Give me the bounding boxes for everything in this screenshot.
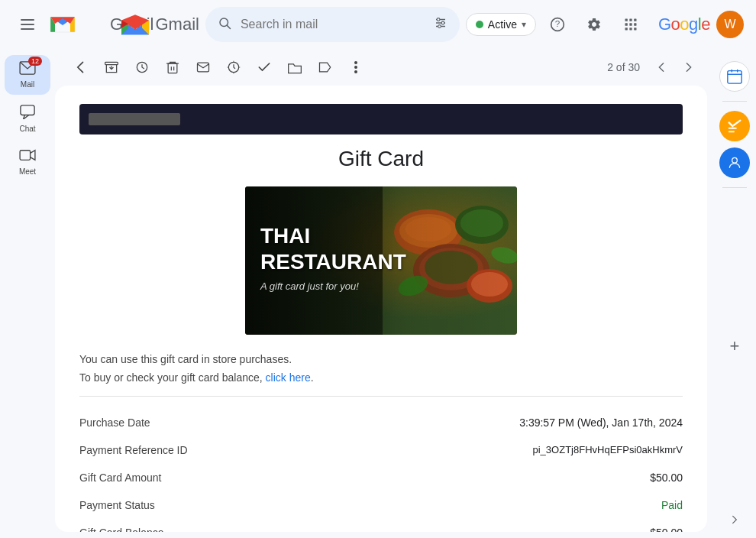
svg-rect-18 [629, 23, 632, 25]
payment-ref-label: Payment Reference ID [79, 444, 188, 456]
calendar-button[interactable] [719, 61, 750, 92]
svg-text:?: ? [555, 18, 561, 28]
svg-rect-14 [625, 19, 627, 21]
svg-line-5 [227, 25, 230, 28]
sidebar-meet-label: Meet [19, 167, 36, 176]
mail-icon: 12 [19, 61, 36, 79]
svg-rect-22 [634, 28, 636, 30]
svg-rect-25 [20, 151, 30, 160]
left-sidebar: 12 Mail Chat Meet [0, 49, 55, 538]
svg-rect-16 [634, 19, 636, 21]
search-icon [218, 16, 231, 34]
search-bar[interactable] [205, 7, 460, 42]
svg-rect-26 [105, 62, 118, 64]
google-logo: Google [658, 15, 710, 34]
right-sidebar: + [713, 49, 756, 538]
svg-rect-19 [634, 23, 636, 25]
check-button[interactable] [250, 53, 278, 81]
prev-email-button[interactable] [649, 55, 674, 79]
avatar[interactable]: W [716, 11, 744, 38]
tasks-button[interactable] [719, 111, 750, 141]
gift-amount-label: Gift Card Amount [79, 472, 161, 484]
main-layout: 12 Mail Chat Meet [0, 49, 756, 538]
table-row: Gift Card Amount $50.00 [79, 464, 683, 491]
mark-button[interactable] [189, 53, 217, 81]
svg-point-10 [441, 21, 444, 24]
apps-button[interactable] [615, 9, 646, 40]
svg-rect-29 [168, 63, 177, 73]
svg-point-58 [732, 157, 738, 163]
svg-rect-1 [21, 24, 34, 25]
email-count: 2 of 30 [607, 61, 640, 73]
restaurant-name: THAIRESTAURANT [245, 223, 517, 274]
search-input[interactable] [241, 18, 425, 31]
sidebar-mail-label: Mail [21, 80, 34, 89]
topbar: Gmail Gmail Active ▾ ? [0, 0, 756, 49]
svg-rect-32 [198, 63, 209, 72]
gift-balance-value: $50.00 [650, 527, 683, 532]
toolbar: 2 of 30 [55, 49, 713, 86]
email-title: Gift Card [79, 147, 683, 171]
sidebar-item-mail[interactable]: 12 Mail [5, 55, 50, 95]
email-content[interactable]: Gift Card [55, 86, 707, 532]
banner-bar [89, 113, 180, 125]
help-button[interactable]: ? [542, 9, 573, 40]
topbar-right: Active ▾ ? Google W [466, 9, 744, 40]
email-body-line1: You can use this gift card in store purc… [79, 353, 683, 365]
status-chevron-icon: ▾ [522, 19, 526, 30]
svg-rect-20 [625, 28, 627, 30]
status-dot [476, 21, 483, 28]
sidebar-chat-label: Chat [19, 125, 35, 133]
divider-1 [79, 396, 683, 397]
svg-rect-2 [21, 28, 34, 30]
sidebar-item-meet[interactable]: Meet [5, 142, 50, 182]
click-here-link[interactable]: click here [266, 371, 311, 384]
svg-point-36 [354, 70, 357, 73]
archive-button[interactable] [98, 53, 125, 81]
email-body-line2: To buy or check your gift card balance, … [79, 371, 683, 384]
mail-badge: 12 [28, 57, 42, 66]
back-button[interactable] [67, 53, 95, 81]
settings-button[interactable] [579, 9, 609, 40]
restaurant-overlay: THAIRESTAURANT A gift card just for you! [245, 186, 517, 335]
next-email-button[interactable] [677, 55, 701, 79]
sidebar-divider [722, 101, 747, 102]
svg-rect-24 [21, 105, 34, 115]
meet-icon [19, 148, 36, 166]
add-addon-button[interactable]: + [719, 331, 750, 361]
svg-point-9 [437, 18, 440, 21]
menu-button[interactable] [12, 9, 43, 40]
email-banner [79, 104, 683, 134]
sidebar-item-chat[interactable]: Chat [5, 98, 50, 139]
search-tune-icon[interactable] [434, 16, 447, 34]
status-button[interactable]: Active ▾ [466, 13, 536, 36]
purchase-date-label: Purchase Date [79, 416, 150, 429]
chat-icon [19, 104, 36, 123]
contacts-button[interactable] [719, 147, 750, 178]
restaurant-image: THAIRESTAURANT A gift card just for you! [245, 186, 517, 335]
table-row: Payment Status Paid [79, 491, 683, 519]
table-row: Purchase Date 3:39:57 PM (Wed), Jan 17th… [79, 409, 683, 436]
svg-point-34 [354, 61, 357, 64]
clock-button[interactable] [220, 53, 247, 81]
table-row: Payment Reference ID pi_3OZTj8FHvHqEFPsi… [79, 436, 683, 464]
expand-button[interactable] [722, 507, 747, 532]
more-button[interactable] [342, 53, 370, 81]
info-table: Purchase Date 3:39:57 PM (Wed), Jan 17th… [79, 409, 683, 532]
svg-point-11 [438, 24, 441, 28]
payment-status-value: Paid [661, 499, 683, 511]
sidebar-divider-2 [722, 187, 747, 188]
svg-rect-21 [629, 28, 632, 30]
restaurant-tagline: A gift card just for you! [245, 274, 517, 298]
label-button[interactable] [312, 53, 339, 81]
status-label: Active [488, 18, 517, 31]
delete-button[interactable] [159, 53, 186, 81]
payment-status-label: Payment Status [79, 499, 155, 511]
svg-rect-52 [728, 71, 741, 84]
content-area: 2 of 30 Gift Card [55, 49, 713, 538]
snooze-button[interactable] [128, 53, 156, 81]
folder-button[interactable] [281, 53, 309, 81]
table-row: Gift Card Balance $50.00 [79, 519, 683, 532]
gift-amount-value: $50.00 [650, 472, 683, 484]
gmail-brand-text: Gmail [155, 15, 199, 34]
